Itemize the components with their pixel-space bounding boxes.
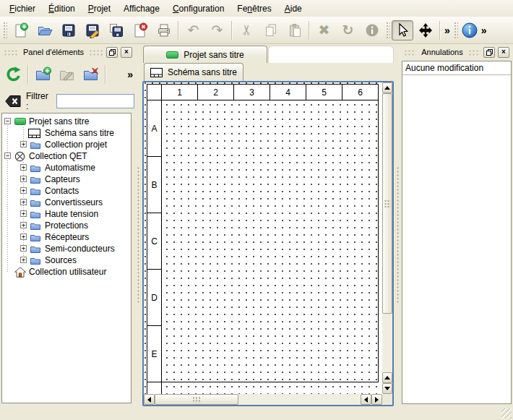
tab-project[interactable]: Projet sans titre	[143, 46, 267, 63]
toolbar-drag-handle[interactable]	[2, 21, 7, 40]
clear-filter-button[interactable]	[5, 95, 21, 107]
close-icon: ×	[124, 48, 129, 56]
float-panel-button[interactable]	[106, 47, 118, 58]
scroll-right-button[interactable]	[371, 394, 382, 405]
scroll-left-button[interactable]	[144, 394, 155, 405]
expand-expander-icon[interactable]: +	[20, 257, 27, 263]
menu-projet[interactable]: Projet	[82, 1, 117, 16]
home-icon	[14, 267, 26, 278]
info-gray-icon	[364, 22, 380, 38]
tree-item-capteurs[interactable]: + Capteurs	[2, 173, 131, 185]
right-splitter-handle[interactable]	[396, 166, 400, 304]
close-panel-button[interactable]: ×	[121, 47, 132, 58]
filter-input[interactable]	[56, 94, 134, 108]
collapse-expander-icon[interactable]: −	[4, 153, 11, 159]
open-project-button[interactable]	[33, 20, 56, 41]
schema-tab-label: Schéma sans titre	[168, 67, 237, 77]
scroll-up-button[interactable]	[382, 82, 392, 93]
cut-icon: ✂	[240, 25, 254, 36]
scroll-down-button[interactable]	[382, 383, 392, 394]
cut-button[interactable]: ✂	[235, 20, 259, 41]
vertical-scrollbar[interactable]	[382, 82, 392, 394]
refresh-icon	[5, 66, 22, 83]
grid-corner-cell	[147, 84, 162, 100]
close-panel-button[interactable]: ×	[498, 47, 509, 58]
tree-item-collection-projet[interactable]: + Collection projet	[2, 139, 131, 150]
delete-button[interactable]: ✖	[312, 20, 336, 41]
undo-history-list[interactable]: Aucune modification	[402, 61, 512, 404]
tab-schema[interactable]: Schéma sans titre	[144, 63, 243, 81]
expand-expander-icon[interactable]: +	[20, 176, 27, 182]
paste-button[interactable]	[283, 20, 306, 41]
select-tool-button[interactable]	[392, 20, 413, 40]
grid-column-header: 2	[197, 84, 234, 100]
menu-fenetres[interactable]: Fenêtres	[230, 1, 277, 16]
expand-expander-icon[interactable]: +	[20, 164, 27, 171]
elements-panel-titlebar[interactable]: Panel d'éléments ×	[1, 45, 134, 59]
schema-canvas[interactable]: 1 2 3 4 5 6 A B C D E	[144, 82, 382, 394]
menu-affichage[interactable]: Affichage	[117, 1, 166, 16]
horizontal-scroll-thumb[interactable]	[155, 394, 238, 405]
undo-panel-titlebar[interactable]: Annulations ×	[402, 45, 512, 59]
expand-expander-icon[interactable]: +	[20, 199, 27, 205]
tree-item-schema[interactable]: Schéma sans titre	[2, 127, 131, 139]
save-all-button[interactable]	[104, 20, 128, 41]
element-info-button[interactable]	[360, 20, 384, 41]
vertical-scroll-thumb[interactable]	[382, 93, 392, 314]
toolbar-overflow-button[interactable]: »	[480, 25, 488, 36]
panel-toolbar-overflow-button[interactable]: »	[126, 69, 134, 80]
tree-item-haute-tension[interactable]: + Haute tension	[2, 208, 131, 220]
left-splitter-handle[interactable]	[137, 166, 141, 304]
rotate-icon: ↻	[342, 23, 354, 37]
edit-element-button[interactable]	[55, 64, 79, 86]
menu-aide[interactable]: Aide	[278, 1, 309, 16]
save-button[interactable]	[56, 20, 80, 41]
tree-item-protections[interactable]: + Protections	[2, 220, 131, 231]
rotate-button[interactable]: ↻	[336, 20, 360, 41]
float-panel-button[interactable]	[483, 47, 495, 58]
toolbar-overflow-button[interactable]: »	[443, 25, 452, 36]
pan-tool-button[interactable]	[413, 20, 437, 41]
about-button[interactable]	[460, 20, 480, 41]
close-file-button[interactable]	[128, 20, 152, 41]
tree-item-project[interactable]: − Projet sans titre	[2, 116, 131, 127]
tree-item-recepteurs[interactable]: + Récepteurs	[2, 231, 131, 243]
redo-button[interactable]: ↷	[205, 20, 229, 41]
new-project-button[interactable]	[9, 20, 33, 41]
save-as-button[interactable]	[80, 20, 104, 41]
scroll-up-button-2[interactable]	[382, 372, 392, 383]
tree-item-semi-conducteurs[interactable]: + Semi-conducteurs	[2, 243, 131, 254]
folder-icon	[30, 187, 40, 195]
tree-item-collection-qet[interactable]: − Collection QET	[2, 150, 131, 162]
menu-edition[interactable]: Édition	[42, 1, 82, 16]
horizontal-scrollbar[interactable]	[144, 394, 382, 405]
undo-list-item[interactable]: Aucune modification	[402, 61, 511, 75]
reload-collections-button[interactable]	[1, 64, 25, 86]
toolbar-drag-handle[interactable]	[453, 21, 458, 40]
collapse-expander-icon[interactable]: −	[4, 118, 11, 124]
menu-fichier[interactable]: Fichier	[3, 1, 42, 16]
elements-tree[interactable]: − Projet sans titre Schéma sans titre + …	[1, 113, 132, 403]
tree-item-collection-utilisateur[interactable]: Collection utilisateur	[2, 266, 131, 278]
copy-button[interactable]	[259, 20, 283, 41]
new-element-button[interactable]	[31, 64, 55, 86]
scroll-left-button-2[interactable]	[361, 394, 371, 405]
expand-expander-icon[interactable]: +	[20, 187, 27, 194]
undo-button[interactable]: ↶	[181, 20, 205, 41]
expand-expander-icon[interactable]: +	[20, 141, 27, 147]
menu-configuration[interactable]: Configuration	[166, 1, 230, 16]
expand-expander-icon[interactable]: +	[20, 210, 27, 217]
expand-expander-icon[interactable]: +	[20, 245, 27, 252]
tree-item-convertisseurs[interactable]: + Convertisseurs	[2, 197, 131, 208]
delete-element-button[interactable]	[79, 64, 103, 86]
toolbar-drag-handle[interactable]	[385, 21, 390, 40]
resize-grip[interactable]	[501, 408, 512, 419]
tree-item-automatisme[interactable]: + Automatisme	[2, 162, 131, 173]
expand-expander-icon[interactable]: +	[20, 233, 27, 240]
tree-item-contacts[interactable]: + Contacts	[2, 185, 131, 197]
print-button[interactable]	[152, 20, 176, 41]
tree-item-sources[interactable]: + Sources	[2, 254, 131, 266]
expand-expander-icon[interactable]: +	[20, 222, 27, 228]
schema-icon	[28, 129, 40, 138]
project-icon	[14, 118, 26, 125]
